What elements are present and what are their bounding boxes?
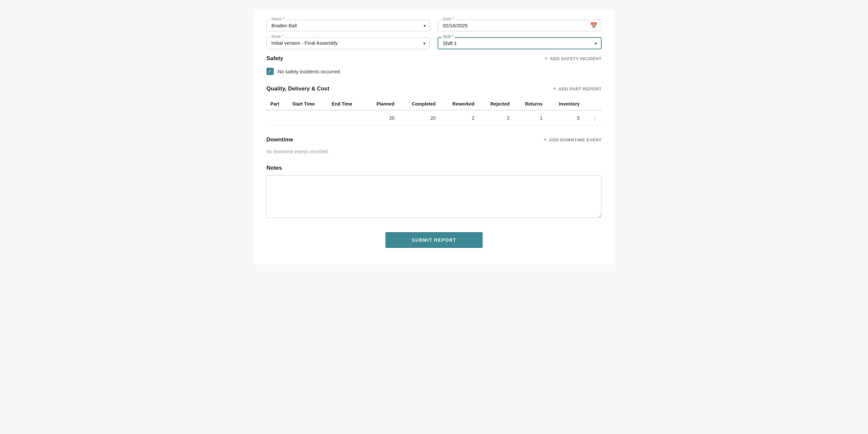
date-label: Date *: [441, 17, 455, 21]
name-field: Name * Braden Ball ▾: [267, 20, 430, 31]
notes-section: Notes: [267, 165, 601, 219]
quality-section: Quality, Delivery & Cost + ADD PART REPO…: [267, 86, 601, 126]
add-downtime-event-button[interactable]: + ADD DOWNTIME EVENT: [544, 137, 601, 143]
safety-header: Safety + ADD SAFETY INCIDENT: [267, 55, 601, 62]
cell-planned: 20: [365, 110, 398, 126]
quality-header: Quality, Delivery & Cost + ADD PART REPO…: [267, 86, 601, 92]
table-header-row: Part Start Time End Time Planned Complet…: [267, 98, 601, 110]
date-field: Date * 📅: [438, 20, 601, 31]
cell-end-time: [328, 110, 365, 126]
name-label: Name *: [270, 17, 286, 21]
cell-part: [267, 110, 288, 126]
no-incidents-label: No safety incidents occurred: [278, 69, 340, 74]
plus-icon: +: [545, 56, 548, 61]
col-start-time: Start Time: [288, 98, 328, 110]
node-shift-row: Node * Initial version - Final Assembly …: [267, 37, 601, 49]
cell-rejected: 2: [478, 110, 514, 126]
add-downtime-event-label: ADD DOWNTIME EVENT: [549, 138, 601, 142]
col-actions: [584, 98, 601, 110]
node-field: Node * Initial version - Final Assembly …: [267, 37, 430, 49]
col-end-time: End Time: [328, 98, 365, 110]
downtime-title: Downtime: [267, 137, 293, 143]
cell-menu[interactable]: ⋮: [584, 110, 601, 126]
notes-title: Notes: [267, 165, 282, 171]
cell-inventory: 5: [546, 110, 584, 126]
no-incidents-checkbox[interactable]: ✓: [267, 68, 274, 75]
calendar-icon[interactable]: 📅: [590, 22, 597, 29]
add-part-report-button[interactable]: + ADD PART REPORT: [553, 86, 602, 92]
downtime-section: Downtime + ADD DOWNTIME EVENT No downtim…: [267, 137, 601, 154]
col-completed: Completed: [398, 98, 439, 110]
col-inventory: Inventory: [546, 98, 584, 110]
date-input[interactable]: [443, 23, 597, 28]
col-returns: Returns: [514, 98, 546, 110]
col-part: Part: [267, 98, 288, 110]
quality-title: Quality, Delivery & Cost: [267, 86, 329, 92]
notes-textarea[interactable]: [267, 175, 601, 218]
table-row: 20 20 2 2 1 5 ⋮: [267, 110, 601, 126]
plus-icon-quality: +: [553, 86, 557, 92]
safety-title: Safety: [267, 55, 283, 62]
safety-checkbox-row: ✓ No safety incidents occurred: [267, 68, 601, 75]
submit-report-button[interactable]: SUBMIT REPORT: [385, 232, 482, 248]
name-select[interactable]: Braden Ball: [271, 23, 425, 28]
safety-section: Safety + ADD SAFETY INCIDENT ✓ No safety…: [267, 55, 601, 75]
part-table: Part Start Time End Time Planned Complet…: [267, 98, 601, 126]
cell-completed: 20: [398, 110, 439, 126]
add-safety-incident-label: ADD SAFETY INCIDENT: [550, 56, 601, 61]
add-part-report-label: ADD PART REPORT: [559, 86, 601, 91]
row-menu-icon[interactable]: ⋮: [587, 114, 598, 122]
shift-field: Shift * Shift 1 ▾: [438, 37, 601, 49]
no-downtime-text: No downtime events recorded.: [267, 149, 601, 154]
node-select[interactable]: Initial version - Final Assembly: [271, 40, 425, 46]
col-rejected: Rejected: [478, 98, 514, 110]
col-planned: Planned: [365, 98, 398, 110]
cell-returns: 1: [514, 110, 546, 126]
node-label: Node *: [270, 34, 285, 39]
cell-start-time: [288, 110, 328, 126]
plus-icon-downtime: +: [544, 137, 547, 143]
submit-row: SUBMIT REPORT: [267, 232, 601, 248]
cell-reworked: 2: [440, 110, 478, 126]
name-date-row: Name * Braden Ball ▾ Date * 📅: [267, 20, 601, 31]
downtime-header: Downtime + ADD DOWNTIME EVENT: [267, 137, 601, 143]
shift-select[interactable]: Shift 1: [443, 40, 596, 46]
add-safety-incident-button[interactable]: + ADD SAFETY INCIDENT: [545, 56, 601, 61]
checkmark-icon: ✓: [268, 69, 272, 74]
page-container: Name * Braden Ball ▾ Date * 📅 Node * Ini…: [253, 10, 615, 264]
shift-label: Shift *: [441, 34, 455, 39]
col-reworked: Reworked: [440, 98, 478, 110]
